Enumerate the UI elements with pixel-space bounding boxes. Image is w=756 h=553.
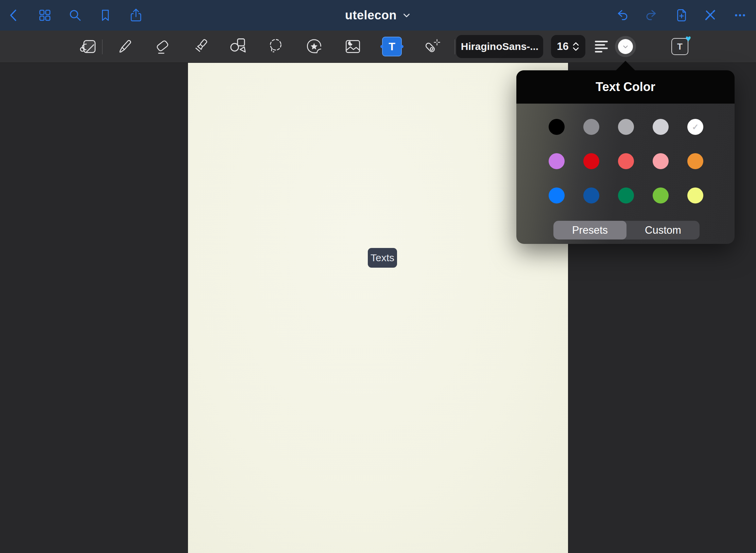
- toolbar-divider: [454, 39, 455, 54]
- grid-icon[interactable]: [35, 6, 54, 25]
- tools-toolbar: T HiraginoSans-... 16: [0, 31, 756, 63]
- top-navigation-bar: utelecon: [0, 0, 756, 31]
- laser-pointer-tool-icon[interactable]: [421, 36, 442, 57]
- document-title[interactable]: utelecon: [345, 8, 411, 22]
- color-swatch[interactable]: [549, 153, 565, 169]
- add-page-icon[interactable]: [672, 6, 691, 25]
- font-name-label: HiraginoSans-...: [461, 41, 538, 52]
- favorite-text-style-button[interactable]: T ♥: [671, 38, 688, 55]
- custom-tab[interactable]: Custom: [626, 221, 700, 239]
- document-title-text: utelecon: [345, 8, 397, 22]
- text-tool-button-active[interactable]: T: [382, 37, 402, 56]
- current-color-swatch: [618, 39, 633, 54]
- presets-custom-segmented-control: Presets Custom: [553, 221, 700, 239]
- note-page[interactable]: [188, 63, 568, 553]
- color-swatch[interactable]: [653, 188, 669, 203]
- back-icon[interactable]: [5, 6, 24, 25]
- color-swatch[interactable]: [618, 153, 634, 169]
- redo-icon[interactable]: [642, 6, 661, 25]
- heart-icon: ♥: [685, 34, 691, 43]
- font-name-button[interactable]: HiraginoSans-...: [456, 35, 543, 58]
- undo-icon[interactable]: [613, 6, 632, 25]
- font-size-value: 16: [557, 40, 568, 53]
- more-icon[interactable]: [731, 6, 750, 25]
- color-swatch[interactable]: [549, 119, 565, 135]
- search-icon[interactable]: [66, 6, 85, 25]
- color-swatch[interactable]: [653, 119, 669, 135]
- color-swatch[interactable]: [583, 188, 599, 203]
- color-swatch[interactable]: [653, 153, 669, 169]
- shapes-tool-icon[interactable]: [228, 36, 248, 57]
- text-color-popover: Text Color ✓ Presets Custom: [516, 70, 735, 244]
- selection-handle-right: [400, 45, 403, 48]
- share-icon[interactable]: [126, 6, 145, 25]
- color-swatch[interactable]: [687, 188, 703, 203]
- favorite-text-glyph: T: [677, 41, 683, 52]
- highlighter-tool-icon[interactable]: [190, 36, 211, 57]
- color-swatch[interactable]: [618, 119, 634, 135]
- color-swatch[interactable]: [583, 153, 599, 169]
- reader-mode-icon[interactable]: [78, 36, 98, 57]
- selection-handle-left: [380, 45, 383, 48]
- color-swatch[interactable]: [549, 188, 565, 203]
- app-window: utelecon: [0, 0, 756, 553]
- sticker-tool-icon[interactable]: [304, 36, 324, 57]
- text-color-button[interactable]: [615, 36, 636, 57]
- popover-arrow: [615, 61, 636, 71]
- color-swatch-grid: ✓: [549, 119, 703, 203]
- image-tool-icon[interactable]: [343, 36, 363, 57]
- lasso-tool-icon[interactable]: [265, 36, 286, 57]
- text-tool-glyph: T: [389, 40, 395, 53]
- pen-tool-icon[interactable]: [115, 36, 135, 57]
- chevron-down-icon: [622, 43, 629, 50]
- eraser-tool-icon[interactable]: [152, 36, 173, 57]
- popover-title: Text Color: [596, 80, 655, 94]
- text-align-icon[interactable]: [591, 36, 612, 57]
- color-swatch-selected[interactable]: ✓: [687, 119, 703, 135]
- color-swatch[interactable]: [583, 119, 599, 135]
- popover-header: Text Color: [516, 70, 735, 104]
- bookmark-icon[interactable]: [96, 6, 115, 25]
- chevron-down-icon: [402, 11, 411, 20]
- font-size-stepper[interactable]: 16: [551, 35, 585, 58]
- color-swatch[interactable]: [618, 188, 634, 203]
- canvas-text-object[interactable]: Texts: [368, 248, 397, 268]
- color-swatch[interactable]: [687, 153, 703, 169]
- presets-tab[interactable]: Presets: [553, 221, 626, 239]
- pen-toggle-icon[interactable]: [701, 6, 720, 25]
- canvas-text-label: Texts: [371, 252, 394, 264]
- toolbar-divider: [102, 39, 103, 54]
- stepper-chevrons-icon: [572, 41, 580, 52]
